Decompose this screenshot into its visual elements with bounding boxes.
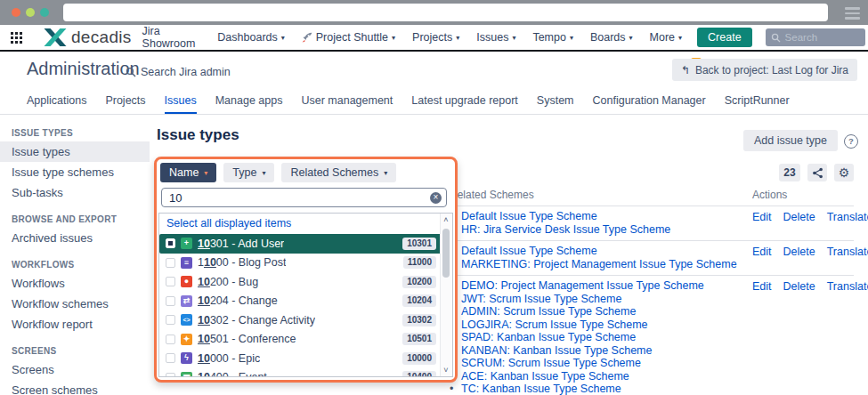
option-checkbox[interactable] xyxy=(166,315,175,325)
tab-configuration-manager[interactable]: Configuration Manager xyxy=(593,89,706,114)
tab-projects[interactable]: Projects xyxy=(105,89,145,114)
chevron-down-icon: ▾ xyxy=(281,34,285,42)
app-switcher-icon[interactable] xyxy=(11,32,22,44)
tab-applications[interactable]: Applications xyxy=(27,89,86,114)
nav-item-issues[interactable]: Issues▾ xyxy=(476,31,515,44)
option-checkbox[interactable] xyxy=(166,277,175,286)
scroll-down-icon[interactable]: ˅ xyxy=(441,366,451,375)
action-edit[interactable]: Edit xyxy=(752,280,772,293)
nav-item-label: Tempo xyxy=(532,31,566,44)
issue-type-option-blog-post[interactable]: ≡11000 - Blog Post11000 xyxy=(159,254,452,273)
primary-navigation: Dashboards▾Project Shuttle▾Projects▾Issu… xyxy=(217,31,682,44)
scheme-link[interactable]: TC: Kanban Issue Type Scheme xyxy=(461,383,621,395)
nav-item-project-shuttle[interactable]: Project Shuttle▾ xyxy=(302,31,395,44)
nav-item-projects[interactable]: Projects▾ xyxy=(412,31,459,44)
scheme-link[interactable]: ADMIN: Scrum Issue Type Scheme xyxy=(461,305,636,318)
chevron-down-icon: ▾ xyxy=(204,169,207,177)
action-delete[interactable]: Delete xyxy=(783,211,815,223)
sidebar-item-workflow-schemes[interactable]: Workflow schemes xyxy=(0,294,150,314)
action-translate[interactable]: Translate xyxy=(827,280,868,293)
scheme-link[interactable]: MARKETING: Project Management Issue Type… xyxy=(461,258,737,270)
tab-latest-upgrade-report[interactable]: Latest upgrade report xyxy=(411,89,518,114)
sidebar-item-screen-schemes[interactable]: Screen schemes xyxy=(0,380,150,395)
issue-type-option-change[interactable]: ⇄10204 - Change10204 xyxy=(159,292,452,311)
option-checkbox[interactable] xyxy=(166,373,175,377)
issue-type-option-change-activity[interactable]: <>10302 - Change Activity10302 xyxy=(159,310,452,330)
window-close-button[interactable] xyxy=(12,8,20,17)
option-checkbox[interactable] xyxy=(166,353,175,363)
issue-type-option-event[interactable]: ▦10400 - Event10400 xyxy=(159,368,452,378)
action-delete[interactable]: Delete xyxy=(783,246,815,258)
option-checkbox[interactable] xyxy=(166,296,175,306)
scheme-link[interactable]: SCRUM: Scrum Issue Type Scheme xyxy=(461,357,641,369)
issue-type-option-epic[interactable]: ϟ10000 - Epic10000 xyxy=(159,349,452,368)
scrollbar[interactable]: ˄ ˅ xyxy=(440,214,452,376)
option-checkbox[interactable] xyxy=(166,238,175,248)
browser-menu-icon[interactable] xyxy=(845,7,860,20)
tab-issues[interactable]: Issues xyxy=(165,89,197,114)
nav-item-label: Projects xyxy=(412,31,452,44)
nav-item-tempo[interactable]: Tempo▾ xyxy=(532,31,573,44)
sidebar-item-workflows[interactable]: Workflows xyxy=(0,273,150,294)
create-button[interactable]: Create xyxy=(697,28,752,47)
filter-search-input[interactable] xyxy=(161,188,447,207)
sidebar-item-sub-tasks[interactable]: Sub-tasks xyxy=(0,182,150,203)
scheme-link[interactable]: ACE: Kanban Issue Type Scheme xyxy=(461,370,629,383)
option-checkbox[interactable] xyxy=(166,258,175,268)
scheme-link[interactable]: DEMO: Project Management Issue Type Sche… xyxy=(461,279,704,292)
table-settings-button[interactable]: ⚙ xyxy=(834,164,854,181)
scroll-up-icon[interactable]: ˄ xyxy=(441,215,451,224)
back-to-project-button[interactable]: ↰ Back to project: Last Log for Jira xyxy=(672,59,857,81)
scroll-thumb[interactable] xyxy=(442,229,450,278)
clear-search-icon[interactable]: × xyxy=(430,192,442,204)
sidebar-item-workflow-report[interactable]: Workflow report xyxy=(0,314,150,335)
admin-search[interactable]: Search Jira admin xyxy=(126,66,231,78)
option-label: 10204 - Change xyxy=(198,294,278,307)
address-bar[interactable] xyxy=(63,4,828,21)
sidebar-section-heading: WORKFLOWS xyxy=(12,260,138,270)
filter-button-related-schemes[interactable]: Related Schemes▾ xyxy=(281,163,396,182)
add-issue-type-button[interactable]: Add issue type xyxy=(743,130,838,151)
tab-user-management[interactable]: User management xyxy=(301,89,393,114)
action-edit[interactable]: Edit xyxy=(752,246,772,258)
scheme-link[interactable]: Default Issue Type Scheme xyxy=(461,245,597,257)
nav-item-dashboards[interactable]: Dashboards▾ xyxy=(217,31,284,44)
option-id-badge: 10400 xyxy=(402,371,436,377)
nav-item-boards[interactable]: Boards▾ xyxy=(590,31,633,44)
nav-item-more[interactable]: More▾ xyxy=(650,31,683,44)
option-checkbox[interactable] xyxy=(166,335,175,344)
sidebar-item-screens[interactable]: Screens xyxy=(0,359,150,380)
sidebar-item-archived-issues[interactable]: Archived issues xyxy=(0,228,150,248)
window-zoom-button[interactable] xyxy=(40,8,49,17)
scheme-link[interactable]: HR: Jira Service Desk Issue Type Scheme xyxy=(461,223,670,236)
issue-type-option-add-user[interactable]: +10301 - Add User10301 xyxy=(159,234,452,254)
select-all-link[interactable]: Select all displayed items xyxy=(159,214,452,234)
tab-system[interactable]: System xyxy=(537,89,574,114)
scheme-link[interactable]: SPAD: Kanban Issue Type Scheme xyxy=(461,331,636,343)
issue-type-option-conference[interactable]: ✦10501 - Conference10501 xyxy=(159,330,452,350)
action-edit[interactable]: Edit xyxy=(752,211,772,223)
tab-manage-apps[interactable]: Manage apps xyxy=(215,89,283,114)
decadis-logo[interactable] xyxy=(44,28,67,46)
sidebar-item-issue-types[interactable]: Issue types xyxy=(0,141,150,162)
action-translate[interactable]: Translate xyxy=(827,246,868,258)
workspace-name: Jira Showroom xyxy=(142,25,196,50)
scheme-link[interactable]: LOGJIRA: Scrum Issue Type Scheme xyxy=(461,318,648,331)
scheme-link[interactable]: JWT: Scrum Issue Type Scheme xyxy=(461,293,621,305)
sidebar-item-issue-type-schemes[interactable]: Issue type schemes xyxy=(0,162,150,182)
filter-button-name[interactable]: Name▾ xyxy=(160,163,216,182)
scheme-item: ADMIN: Scrum Issue Type Scheme xyxy=(450,305,854,318)
option-id-badge: 10200 xyxy=(402,276,436,288)
scheme-link[interactable]: KANBAN: Kanban Issue Type Scheme xyxy=(461,344,652,357)
window-minimize-button[interactable] xyxy=(26,8,35,17)
scheme-link[interactable]: Default Issue Type Scheme xyxy=(461,210,597,222)
help-circle-icon[interactable]: ? xyxy=(844,134,858,149)
action-delete[interactable]: Delete xyxy=(783,280,815,293)
share-button[interactable] xyxy=(807,164,827,181)
filter-button-type[interactable]: Type▾ xyxy=(223,163,274,182)
chevron-down-icon: ▾ xyxy=(262,169,265,177)
nav-item-label: Boards xyxy=(590,31,626,44)
tab-scriptrunner[interactable]: ScriptRunner xyxy=(725,89,790,114)
action-translate[interactable]: Translate xyxy=(827,211,868,223)
issue-type-option-bug[interactable]: ●10200 - Bug10200 xyxy=(159,272,452,292)
